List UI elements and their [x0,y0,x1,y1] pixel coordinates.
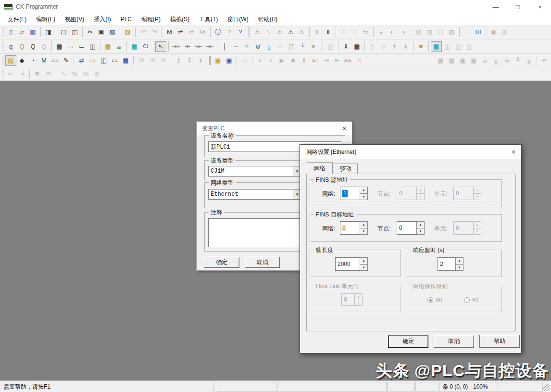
find-device-button[interactable]: ◨ [43,27,54,38]
watch-window-button[interactable]: ▭ [87,55,98,66]
vertical-line-button[interactable]: │ [219,41,230,52]
select-arrow-button[interactable]: ↖ [155,41,166,52]
io-table-window-button[interactable]: ▦ [431,41,442,52]
monitor-slope-button: ∿ [58,69,69,79]
change-plc-cancel-button[interactable]: 取消 [245,257,280,268]
coil-closed-button[interactable]: ⊘ [252,41,263,52]
cross-reference-button[interactable]: ⇄ [76,55,87,66]
save-button[interactable]: ▦ [27,27,38,38]
copy-button[interactable]: ▣ [96,27,107,38]
device-type-combo[interactable]: CJ1M ▼ [208,166,301,177]
step-out-button: ⇤ [332,55,343,66]
network-settings-title-bar[interactable]: 网络设置 [Ethernet] × [301,145,521,159]
contact-or-closed-button[interactable]: ⊣x⊢ [204,41,215,52]
toolbar-grip[interactable] [2,56,3,65]
edit-properties-button[interactable]: ✎ [61,55,72,66]
tab-driver[interactable]: 驱动 [334,164,358,174]
time-chart-monitor-button[interactable]: Ш [473,27,484,38]
paste-clipboard-button[interactable]: ▨ [122,27,133,38]
compile-plc-button[interactable]: ⚠ [296,27,307,38]
auto-online-button[interactable]: ▣ [224,55,235,66]
ladder-editor-button[interactable]: ▤ [102,41,113,52]
network-settings-close-icon[interactable]: × [506,148,521,156]
close-button[interactable]: × [529,0,551,13]
memory-window-button[interactable]: ▦ [120,55,131,66]
menu-window[interactable]: 窗口(W) [223,14,253,25]
toolbar-grip[interactable] [2,41,3,51]
tab-network[interactable]: 网络 [307,162,333,174]
menu-edit[interactable]: 编辑(E) [31,14,60,25]
network-ok-button[interactable]: 确定 [388,335,428,348]
network-cancel-button[interactable]: 取消 [434,335,474,348]
delete-line-button[interactable]: × [308,41,319,52]
toolbar-grip[interactable] [2,27,3,37]
maximize-button[interactable]: □ [507,0,529,13]
rung-list-button[interactable]: ≔ [76,41,87,52]
find-button[interactable]: M [164,27,175,38]
menu-plc[interactable]: PLC [116,14,137,24]
menu-simulation[interactable]: 模拟(S) [165,14,194,25]
menu-help[interactable]: 帮助(H) [253,14,283,25]
properties-button[interactable]: ◆ [16,55,27,66]
print-preview-button[interactable]: ◫ [69,27,80,38]
connect-line-button[interactable]: └ [297,41,308,52]
rung-comment-button[interactable]: ▭ [65,41,76,52]
change-plc-ok-button[interactable]: 确定 [204,257,239,268]
transfer-program-button[interactable]: ⇓ [340,41,351,52]
menu-insert[interactable]: 插入(I) [89,14,115,25]
output-window-button[interactable]: ▭ [50,55,61,66]
instruction-button[interactable]: ▯ [263,41,275,52]
mnemonic-editor-button[interactable]: ≣ [113,41,125,52]
contact-open-button[interactable]: ⊣⊢ [171,41,182,52]
horizontal-line-button[interactable]: ─ [230,41,241,52]
symbol-table-button[interactable]: ▦ [129,41,140,52]
program-check-button[interactable]: ⚠ [285,27,296,38]
find-error-button[interactable]: ⚠ [274,27,285,38]
work-online-button[interactable]: ▣ [213,55,224,66]
find-window-button[interactable]: ◔ [27,55,38,66]
context-help-button[interactable]: ? [235,27,246,38]
toolbar-grip[interactable] [2,69,3,78]
output-window-2-button[interactable]: ▭ [109,55,120,66]
search-window-button[interactable]: M [38,55,50,66]
menu-tools[interactable]: 工具(T) [194,14,223,25]
cut-button[interactable]: ✂ [85,27,96,38]
replace-button[interactable]: ⇌ [175,27,186,38]
network-help-button[interactable]: 帮助 [479,335,520,348]
address-reference-tool-button[interactable]: ≡ [415,41,426,52]
workspace-toggle-button[interactable]: ▨ [5,55,16,66]
change-plc-close-icon[interactable]: × [337,125,351,132]
contact-or-open-button[interactable]: ⊣v⊢ [193,41,204,52]
contact-closed-button[interactable]: ⊣/⊢ [182,41,193,52]
network-type-combo[interactable]: Ethernet ▼ [208,189,301,200]
zoom-fit-button[interactable]: q [5,41,16,52]
menu-file[interactable]: 文件(F) [3,14,31,25]
address-reference-window-button[interactable]: ◫ [98,55,109,66]
toolbar-separator [56,27,56,37]
about-button[interactable]: ⓘ [213,27,224,38]
grid-button[interactable]: ▦ [54,41,65,52]
pause-button[interactable]: Ⅱ [323,27,334,38]
toolbar-grip[interactable] [432,56,433,65]
io-comment-view-button[interactable]: CI [140,41,151,52]
toolbar-separator [210,27,211,37]
coil-open-button[interactable]: ○ [241,41,252,52]
zoom-tool-button[interactable]: Q [16,41,27,52]
help-button[interactable]: ? [224,27,235,38]
paste-button[interactable]: ▧ [107,27,118,38]
zoom-in-button[interactable]: Q [27,41,38,52]
new-button[interactable]: ▯ [5,27,16,38]
title-bar[interactable]: CX-Programmer — □ × [0,0,551,13]
io-monitor-button[interactable]: ◫ [87,41,98,52]
menu-view[interactable]: 视图(V) [60,14,89,25]
toolbar-grip[interactable] [322,41,323,51]
menu-program[interactable]: 编程(P) [137,14,165,25]
compile-button[interactable]: ⚠ [252,27,263,38]
open-button[interactable]: ▱ [16,27,27,38]
toolbar-grip[interactable] [209,56,211,65]
toolbar-grip[interactable] [249,27,250,37]
print-button[interactable]: ▤ [58,27,69,38]
minimize-button[interactable]: — [485,0,507,13]
transfer-settings-button[interactable]: ▦ [351,41,363,52]
resize-grip[interactable] [543,384,550,391]
